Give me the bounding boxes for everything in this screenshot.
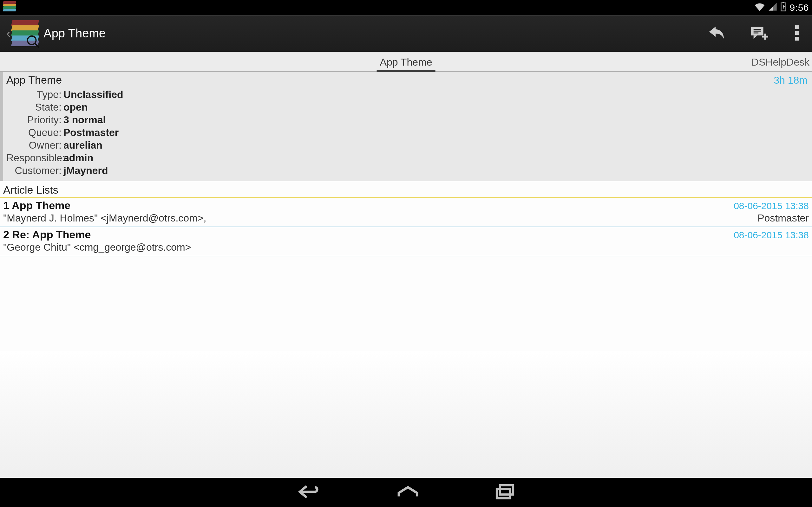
prop-value: 3 normal [63,113,106,126]
prop-value: aurelian [63,139,102,152]
article-row[interactable]: 2 Re: App Theme 08-06-2015 13:38 "George… [0,227,812,257]
ticket-age: 3h 18m [774,74,808,86]
app-notification-icon [3,1,16,14]
overflow-menu-icon[interactable] [795,25,799,42]
tab-app-theme[interactable]: App Theme [370,56,442,71]
ticket-title: App Theme [6,74,62,86]
new-message-icon[interactable] [751,25,768,42]
svg-rect-12 [795,37,799,41]
prop-value: Postmaster [63,126,119,139]
prop-key: Responsible: [6,152,63,164]
cell-signal-icon [768,2,777,13]
ticket-properties: Type:Unclassified State:open Priority:3 … [6,88,808,177]
prop-key: Queue: [6,126,63,139]
content-area: App Theme 3h 18m Type:Unclassified State… [0,72,812,478]
prop-key: Priority: [6,113,63,126]
svg-rect-11 [795,31,799,35]
tab-dshelpdesk[interactable]: DSHelpDesk [742,56,812,71]
tab-label: App Theme [380,56,432,68]
svg-rect-10 [795,25,799,29]
svg-line-3 [35,43,39,47]
article-title: 1 App Theme [3,199,70,212]
nav-back-icon[interactable] [298,484,320,501]
article-extra: Postmaster [757,212,809,224]
action-bar-title: App Theme [44,26,709,40]
tab-label: DSHelpDesk [751,56,809,68]
status-clock: 9:56 [790,2,809,13]
android-nav-bar [0,478,812,507]
battery-charging-icon [780,2,786,14]
action-bar: ‹ App Theme [0,15,812,52]
nav-recents-icon[interactable] [496,484,514,501]
ticket-summary[interactable]: App Theme 3h 18m Type:Unclassified State… [0,72,812,181]
search-overlay-icon [26,34,40,49]
prop-value: Unclassified [63,88,123,101]
article-row[interactable]: 1 App Theme 08-06-2015 13:38 "Maynerd J.… [0,198,812,227]
prop-key: Owner: [6,139,63,152]
tab-strip: App Theme DSHelpDesk [0,52,812,72]
prop-value: admin [63,152,93,164]
svg-rect-1 [782,2,784,3]
reply-icon[interactable] [709,26,724,41]
prop-value: jMaynerd [63,164,108,177]
prop-key: Type: [6,88,63,101]
prop-value: open [63,101,88,113]
android-status-bar: 9:56 [0,0,812,15]
svg-point-2 [28,36,36,44]
article-list-header: Article Lists [0,181,812,198]
nav-home-icon[interactable] [397,485,419,500]
article-from: "Maynerd J. Holmes" <jMaynerd@otrs.com>, [3,212,206,224]
article-date: 08-06-2015 13:38 [734,230,809,240]
prop-key: State: [6,101,63,113]
app-icon[interactable] [12,20,38,47]
article-title: 2 Re: App Theme [3,228,91,241]
article-date: 08-06-2015 13:38 [734,201,809,211]
prop-key: Customer: [6,164,63,177]
article-from: "George Chitu" <cmg_george@otrs.com> [3,241,191,253]
wifi-icon [754,2,765,13]
back-caret-icon[interactable]: ‹ [6,26,10,41]
